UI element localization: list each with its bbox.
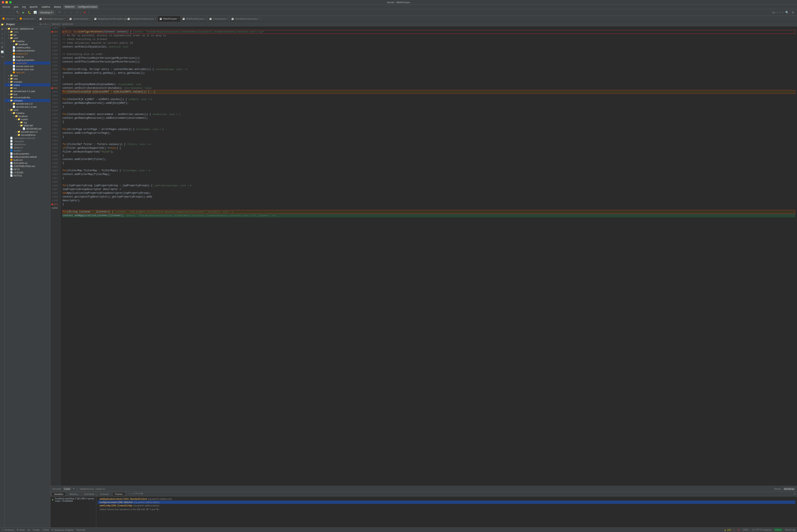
structure-icon[interactable]: ⊞	[0, 27, 4, 31]
tree-servelet-bak[interactable]: ▸ 📁 servelet-test-1.0_bak	[5, 90, 50, 93]
back-button[interactable]: ←	[2, 10, 7, 15]
tab-overhead[interactable]: Overhead	[82, 492, 96, 496]
frame-item-0[interactable]: addApplicationListener:3164, StandardCon…	[98, 497, 795, 500]
tree-build-xml[interactable]: ▸ 🔶 build.xml	[5, 158, 50, 162]
code-editor[interactable]: 1322 1323 1324 1325 1326 1327 1328 1329 …	[51, 26, 797, 486]
tab-close-icon[interactable]: ×	[34, 18, 36, 20]
breadcrumb-item1[interactable]: text.xml	[52, 23, 60, 25]
tree-build-properties-default[interactable]: ▸ 📄 build.properties.default	[5, 155, 50, 158]
tree-servelet-demo[interactable]: ▸ 📁 ServeletDemo	[5, 133, 50, 136]
database-icon[interactable]: 🗄	[0, 45, 4, 49]
stop-button[interactable]: ■	[82, 10, 87, 15]
status-profiler[interactable]: Profiler	[33, 529, 40, 531]
maximize-button[interactable]	[9, 1, 12, 3]
tree-project[interactable]: ▸ 🔵 .project	[5, 149, 50, 152]
tree-notice[interactable]: ▸ 📄 NOTICE	[5, 174, 50, 177]
status-problems[interactable]: ⚠ Problems	[2, 529, 14, 531]
status-build[interactable]: ⚙ Build	[17, 529, 24, 531]
tree-webapps[interactable]: ▾ 📁 webapps	[5, 99, 50, 102]
tab-close-icon[interactable]: ×	[89, 18, 90, 20]
menu-java[interactable]: java	[12, 5, 20, 9]
tab-text-xml[interactable]: 🔶 text.xml ×	[0, 16, 18, 21]
tree-res[interactable]: ▸ 📁 res	[5, 87, 50, 90]
tree-work-localhost[interactable]: ▾ 📁 localhost	[5, 115, 50, 118]
search-button[interactable]: 🔍	[784, 10, 790, 15]
tree-building-txt[interactable]: ▸ 📄 BUILDING.txt	[5, 162, 50, 165]
tree-logs[interactable]: ▸ 📁 logs	[5, 77, 50, 80]
tab-close-icon[interactable]: ×	[15, 18, 16, 20]
tree-gitignore[interactable]: ▸ 📄 .gitignore	[5, 146, 50, 149]
step-into-button[interactable]: ↓	[63, 10, 68, 15]
menu-tomcat[interactable]: tomcat	[1, 5, 12, 9]
tab-naming-context[interactable]: ☕ NamingContext.java ×	[38, 16, 68, 21]
build-button[interactable]: 🔨	[15, 10, 20, 15]
settings-gear-icon[interactable]: ⚙	[790, 10, 795, 15]
tree-work[interactable]: ▾ 📁 work	[5, 108, 50, 111]
tree-catalina-policy[interactable]: ▸ 📄 catalina.policy	[5, 46, 50, 49]
tree-server-xml[interactable]: ▸ 🔶 server.xml	[5, 61, 50, 64]
tree-test[interactable]: ▸ 📁 test	[5, 93, 50, 96]
debug-badge[interactable]: Debug	[774, 529, 782, 531]
tab-close-icon[interactable]: ×	[227, 18, 228, 20]
tree-contributing[interactable]: ▸ 📄 CONTRIBUTING.md	[5, 165, 50, 168]
tree-webinf[interactable]: ▾ 📁 WEB-INF	[5, 124, 50, 127]
debug-button[interactable]: 🐛	[27, 10, 32, 15]
tab-variables[interactable]: Variables	[52, 492, 65, 496]
minimize-button[interactable]	[5, 1, 8, 3]
tree-hello-txt[interactable]: ▸ 📄 hello.txt	[5, 55, 50, 58]
add-terminal-icon[interactable]: +	[73, 487, 75, 491]
tree-bin[interactable]: ▸ 📁 bin	[5, 33, 50, 36]
tab-server-xml[interactable]: 🔶 server.xml ×	[18, 16, 38, 21]
tab-standard-context[interactable]: ☕ StandardContext.java ×	[230, 16, 261, 21]
tree-root[interactable]: ▾ 📁 tomcat ~/gitlab/tomcat	[5, 27, 50, 30]
tree-org[interactable]: ▸ 📁 org	[5, 121, 50, 124]
tab-close-icon[interactable]: ×	[177, 18, 179, 20]
step-out-button[interactable]: ↑	[69, 10, 74, 15]
tab-frames[interactable]: Frames	[113, 492, 125, 496]
tree-build-properties[interactable]: ▸ 📄 build.properties	[5, 152, 50, 155]
bigdata-icon[interactable]: 📊	[0, 50, 4, 54]
filter-icon[interactable]: ▽	[793, 492, 795, 496]
tree-catalina-properties[interactable]: ▸ 📄 catalina.properties	[5, 49, 50, 52]
bootstrap-label[interactable]: Bootstrap	[783, 488, 795, 490]
tree-servelet-10b[interactable]: ▸ 📁 servelet-test-1.0	[5, 130, 50, 133]
run-config-dropdown[interactable]: Bootstrap ▾	[39, 11, 54, 14]
menu-org[interactable]: org	[20, 5, 27, 9]
tab-console[interactable]: Console	[98, 492, 111, 496]
local-label[interactable]: Local	[63, 488, 71, 490]
status-git[interactable]: Git	[27, 529, 30, 531]
scope-icon[interactable]: ≡	[0, 36, 4, 40]
collapse-icon[interactable]: ≡	[42, 23, 43, 26]
tree-tomcat-build-libs[interactable]: ▸ 📁 tomcat-build-libs	[5, 96, 50, 99]
menu-catalina[interactable]: catalina	[40, 5, 52, 9]
tree-context-xml[interactable]: ▸ 🔶 context.xml	[5, 52, 50, 55]
tree-gitattributes[interactable]: ▸ 📄 .gitattributes	[5, 143, 50, 146]
tab-memory[interactable]: Memory	[67, 492, 80, 496]
tab-illegal-argument[interactable]: ☕ IllegalArgumentException.java ×	[92, 16, 126, 21]
status-terminal[interactable]: Terminal	[76, 529, 85, 531]
close-button[interactable]	[2, 1, 4, 3]
menu-configurecontext[interactable]: configureContext	[76, 5, 99, 9]
json-icon[interactable]: { }	[0, 41, 4, 44]
breadcrumb-item2[interactable]: server.xml	[62, 23, 73, 25]
run-button[interactable]: ▶	[21, 10, 26, 15]
tab-close-icon[interactable]: ×	[64, 18, 65, 20]
tab-jsp-servlet[interactable]: ☕ JspServlet.java ×	[68, 16, 92, 21]
tab-close-icon[interactable]: ×	[155, 18, 156, 20]
tree-output[interactable]: ▸ 📁 output	[5, 83, 50, 87]
status-sequence-diagram[interactable]: ≋ Sequence Diagram	[52, 529, 74, 531]
tree-sessions[interactable]: ▸ 📄 SESSIONS.ser	[5, 127, 50, 130]
tree-servelet-10[interactable]: ▸ 📁 servelet-test-1.0	[5, 102, 50, 105]
tree-mytest[interactable]: ▾ 📁 mytest	[5, 118, 50, 121]
tab-web-rule-set[interactable]: ☕ WebRuleSet.java ×	[181, 16, 208, 21]
tree-license[interactable]: ▸ 📄 LICENSE	[5, 171, 50, 174]
tree-tomcat-users-xsd[interactable]: ▸ 📄 tomcat-users.xsd	[5, 68, 50, 71]
sync-icon[interactable]: ↻	[44, 23, 46, 26]
tree-classpath[interactable]: ▸ 📄 .classpath	[5, 139, 50, 143]
tree-web-xml[interactable]: ▸ 🔶 web.xml	[5, 71, 50, 74]
menu-apache[interactable]: apache	[28, 5, 39, 9]
tab-context[interactable]: ☕ Context.java ×	[208, 16, 230, 21]
frame-item-1[interactable]: configureContext:1366, WebXml (org.apach…	[98, 500, 795, 504]
tab-constants[interactable]: ☕ startup/Constants.java ×	[126, 16, 158, 21]
step-over-button[interactable]: ↷	[57, 10, 62, 15]
